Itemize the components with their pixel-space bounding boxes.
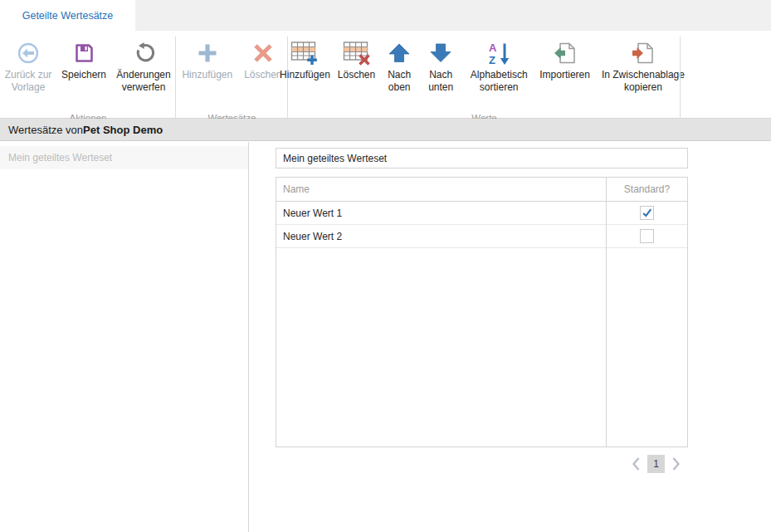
ribbon-group-werte: Hinzufügen Löschen Nach oben: [288, 31, 681, 125]
tab-label: Geteilte Wertesätze: [22, 10, 114, 22]
svg-text:A: A: [489, 41, 497, 54]
standard-checkbox[interactable]: [640, 229, 654, 243]
move-up-button[interactable]: Nach oben: [381, 38, 417, 94]
main-panel: Name Standard? Neuer Wert 1 Neuer Wert 2: [249, 142, 771, 532]
x-icon: [252, 38, 274, 68]
checkmark-icon: [642, 207, 652, 218]
table-delete-icon: [343, 38, 371, 68]
column-header-name: Name: [276, 178, 607, 201]
valueset-name-input[interactable]: [276, 148, 688, 168]
arrow-up-icon: [388, 38, 410, 68]
add-value-button[interactable]: Hinzufügen: [278, 38, 332, 81]
import-icon: [554, 38, 577, 68]
values-table: Name Standard? Neuer Wert 1 Neuer Wert 2: [276, 177, 688, 447]
column-divider: [606, 178, 607, 447]
standard-cell: [607, 206, 687, 220]
value-name-cell[interactable]: Neuer Wert 2: [276, 231, 607, 242]
next-page-button[interactable]: [671, 456, 681, 471]
back-to-template-button[interactable]: Zurück zur Vorlage: [0, 38, 56, 94]
chevron-left-icon: [631, 456, 641, 471]
table-row[interactable]: Neuer Wert 2: [276, 225, 687, 248]
discard-changes-button[interactable]: Änderungen verwerfen: [111, 38, 176, 94]
table-row[interactable]: Neuer Wert 1: [276, 202, 687, 225]
plus-icon: [197, 38, 218, 68]
page-title: Wertesätze von Pet Shop Demo: [0, 119, 771, 141]
sidebar-item-werteset[interactable]: Mein geteiltes Werteset: [0, 146, 248, 169]
back-circle-icon: [17, 38, 40, 68]
ribbon: Zurück zur Vorlage Speichern Änderungen …: [0, 31, 771, 119]
page-title-prefix: Wertesätze von: [8, 124, 83, 136]
undo-icon: [132, 38, 155, 68]
sort-az-icon: A Z: [486, 38, 511, 68]
sort-alphabetical-button[interactable]: A Z Alphabetisch sortieren: [464, 38, 534, 94]
save-icon: [72, 38, 95, 68]
previous-page-button[interactable]: [631, 456, 641, 471]
delete-value-button[interactable]: Löschen: [336, 38, 377, 81]
copy-to-clipboard-button[interactable]: In Zwischenablage kopieren: [596, 38, 690, 94]
move-down-button[interactable]: Nach unten: [422, 38, 460, 94]
column-header-standard: Standard?: [607, 178, 687, 201]
value-name-cell[interactable]: Neuer Wert 1: [276, 207, 607, 219]
chevron-right-icon: [671, 456, 681, 471]
table-add-icon: [290, 38, 319, 68]
arrow-down-icon: [430, 38, 451, 68]
standard-checkbox[interactable]: [640, 206, 654, 220]
copy-clipboard-icon: [632, 38, 655, 68]
table-header-row: Name Standard?: [276, 178, 687, 202]
ribbon-group-wertesaetze: Hinzufügen Löschen Wertesätze: [176, 31, 288, 125]
tab-band: Geteilte Wertesätze: [0, 0, 771, 31]
pagination: 1: [631, 455, 681, 473]
standard-cell: [607, 229, 687, 243]
add-valueset-button[interactable]: Hinzufügen: [180, 38, 234, 81]
import-button[interactable]: Importieren: [538, 38, 592, 81]
page-title-name: Pet Shop Demo: [83, 124, 163, 136]
current-page-indicator[interactable]: 1: [647, 455, 665, 473]
ribbon-group-aktionen: Zurück zur Vorlage Speichern Änderungen …: [0, 31, 176, 125]
tab-geteilte-wertesaetze[interactable]: Geteilte Wertesätze: [0, 0, 135, 31]
svg-text:Z: Z: [489, 54, 495, 66]
sidebar: Mein geteiltes Werteset: [0, 142, 249, 532]
save-button[interactable]: Speichern: [60, 38, 108, 81]
